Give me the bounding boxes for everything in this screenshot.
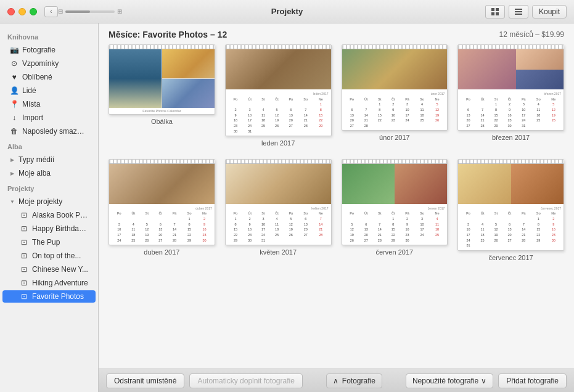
may-dates: květen 2017 PoÚtStČtPáSoNe 1234567 89101… <box>226 204 331 245</box>
sidebar-item-moje-projekty[interactable]: ▼ Moje projekty <box>2 195 96 208</box>
jun-page: červen 2017 PoÚtStČtPáSoNe 1234 56789101… <box>342 159 448 245</box>
jul-photo-l <box>458 164 510 204</box>
content-area: Měsíce: Favorite Photos – 12 12 měsíců –… <box>99 23 574 392</box>
list-view-button[interactable] <box>509 5 528 18</box>
svg-rect-3 <box>496 12 499 15</box>
cover-label: Obálka <box>151 118 173 125</box>
jun-dates: červen 2017 PoÚtStČtPáSoNe 1234 56789101… <box>342 204 448 245</box>
triangle-right-icon: ▶ <box>10 157 15 162</box>
svg-rect-6 <box>515 14 522 15</box>
book-icon-chinese: ⊡ <box>20 265 28 274</box>
content-header: Měsíce: Favorite Photos – 12 12 měsíců –… <box>99 23 574 44</box>
buy-button[interactable]: Koupit <box>532 5 567 18</box>
sidebar-item-ontop[interactable]: ⊡ On top of the... <box>2 250 96 262</box>
back-button[interactable]: ‹ <box>44 6 58 17</box>
svg-rect-5 <box>515 11 522 12</box>
sidebar-section-projekty: Projekty <box>0 180 98 195</box>
book-icon-favorite: ⊡ <box>20 292 28 301</box>
feb-dates: únor 2017 PoÚtStČtPáSoNe 12345 678910111… <box>342 89 448 130</box>
people-icon: 👤 <box>10 86 18 95</box>
jan-label: leden 2017 <box>261 139 295 147</box>
photos-toggle-button[interactable]: ∧ Fotografie <box>326 374 382 388</box>
calendar-apr[interactable]: duben 2017 PoÚtStČtPáSoNe 12 3456789 101… <box>109 159 215 261</box>
apr-label: duben 2017 <box>144 248 179 256</box>
feb-label: únor 2017 <box>379 134 410 141</box>
places-icon: 📍 <box>10 100 18 108</box>
sidebar-item-moje-alba[interactable]: ▶ Moje alba <box>2 167 96 179</box>
calendar-jun[interactable]: červen 2017 PoÚtStČtPáSoNe 1234 56789101… <box>342 159 448 261</box>
sidebar-item-alaska[interactable]: ⊡ Alaska Book Pr... <box>2 209 96 221</box>
svg-rect-1 <box>496 8 499 11</box>
svg-rect-2 <box>491 12 494 15</box>
sidebar-item-vzpominky[interactable]: ⊙ Vzpomínky <box>2 57 96 70</box>
sidebar-item-favorite[interactable]: ⊡ Favorite Photos <box>2 290 96 303</box>
triangle-right-icon2: ▶ <box>10 171 15 176</box>
camera-icon: 📷 <box>10 46 18 54</box>
may-page: květen 2017 PoÚtStČtPáSoNe 1234567 89101… <box>225 159 332 245</box>
jan-dates: leden 2017 PoÚtStČtPáSoNe 1 2345678 9101… <box>226 89 331 136</box>
calendar-mar[interactable]: březen 2017 PoÚtStČtPáSoNe 12345 6789101… <box>457 44 564 147</box>
feb-page: únor 2017 PoÚtStČtPáSoNe 12345 678910111… <box>342 44 448 131</box>
add-photos-button[interactable]: Přidat fotografie <box>498 374 567 388</box>
maximize-button[interactable] <box>30 8 37 15</box>
calendar-feb[interactable]: únor 2017 PoÚtStČtPáSoNe 12345 678910111… <box>342 44 448 147</box>
sidebar-item-hiking[interactable]: ⊡ Hiking Adventure <box>2 277 96 289</box>
svg-rect-4 <box>515 9 522 10</box>
traffic-lights <box>7 8 37 15</box>
content-info: 12 měsíců – $19.99 <box>499 30 564 39</box>
unused-photos-button[interactable]: Nepoužité fotografie ∨ <box>406 374 493 388</box>
zoom-large-icon: ⊞ <box>117 8 122 15</box>
sidebar-item-chinese[interactable]: ⊡ Chinese New Y... <box>2 263 96 276</box>
triangle-down-icon: ▼ <box>10 199 15 204</box>
cover-photo-bottom <box>162 79 215 108</box>
book-icon-alaska: ⊡ <box>20 211 28 219</box>
auto-fill-button[interactable]: Automaticky doplnit fotografie <box>189 374 302 388</box>
sidebar-item-fotografie[interactable]: 📷 Fotografie <box>2 44 96 56</box>
jun-label: červen 2017 <box>376 248 414 256</box>
apr-photo <box>109 164 215 204</box>
sidebar-item-birthday[interactable]: ⊡ Happy Birthday... <box>2 223 96 235</box>
may-label: květen 2017 <box>260 248 297 256</box>
book-icon-pup: ⊡ <box>20 238 28 247</box>
jan-page: leden 2017 PoÚtStČtPáSoNe 1 2345678 9101… <box>225 44 332 136</box>
mar-photo-left <box>458 49 516 89</box>
sidebar-item-typy[interactable]: ▶ Typy médií <box>2 153 96 166</box>
grid-view-button[interactable] <box>485 5 505 18</box>
title-bar: ‹ ⊟ ⊞ Projekty Koupit <box>0 0 574 23</box>
jul-dates: červenec 2017 PoÚtStČtPáSoNe 12 3456789 … <box>458 204 564 250</box>
zoom-slider[interactable] <box>65 10 115 13</box>
mar-label: březen 2017 <box>492 134 530 141</box>
calendar-jul[interactable]: červenec 2017 PoÚtStČtPáSoNe 12 3456789 … <box>457 159 564 261</box>
trash-icon: 🗑 <box>10 127 18 136</box>
main-layout: Knihovna 📷 Fotografie ⊙ Vzpomínky ♥ Oblí… <box>0 23 574 392</box>
cover-photo-top <box>162 49 215 78</box>
bottom-toolbar: Odstranit umístěné Automaticky doplnit f… <box>99 369 574 392</box>
content-title: Měsíce: Favorite Photos – 12 <box>109 30 227 39</box>
sidebar-item-pup[interactable]: ⊡ The Pup <box>2 236 96 248</box>
cover-collage <box>109 49 215 108</box>
mar-photo-tr <box>516 49 564 70</box>
close-button[interactable] <box>7 8 15 15</box>
sidebar-item-import[interactable]: ↓ Import <box>2 112 96 124</box>
zoom-small-icon: ⊟ <box>58 8 63 15</box>
minimize-button[interactable] <box>18 8 26 15</box>
jun-photo-r <box>395 164 447 204</box>
sidebar: Knihovna 📷 Fotografie ⊙ Vzpomínky ♥ Oblí… <box>0 23 99 392</box>
mar-page: březen 2017 PoÚtStČtPáSoNe 12345 6789101… <box>457 44 564 131</box>
sidebar-item-oblibene[interactable]: ♥ Oblíbené <box>2 71 96 83</box>
mar-dates: březen 2017 PoÚtStČtPáSoNe 12345 6789101… <box>458 89 564 130</box>
calendar-may[interactable]: květen 2017 PoÚtStČtPáSoNe 1234567 89101… <box>225 159 332 261</box>
calendar-jan[interactable]: leden 2017 PoÚtStČtPáSoNe 1 2345678 9101… <box>225 44 332 147</box>
sidebar-section-library: Knihovna <box>0 28 98 43</box>
cover-page: Favorite Photos Calendar <box>109 44 215 115</box>
sidebar-item-mista[interactable]: 📍 Místa <box>2 98 96 110</box>
may-photo <box>226 164 331 204</box>
cover-item[interactable]: Favorite Photos Calendar Obálka <box>109 44 215 147</box>
book-icon-hiking: ⊡ <box>20 279 28 287</box>
sidebar-item-deleted[interactable]: 🗑 Naposledy smazáno <box>2 125 96 137</box>
sidebar-item-lide[interactable]: 👤 Lidé <box>2 84 96 97</box>
chevron-down-icon: ∨ <box>481 377 486 385</box>
zoom-slider-container: ⊟ ⊞ <box>58 8 122 15</box>
window-title: Projekty <box>271 7 303 16</box>
remove-placed-button[interactable]: Odstranit umístěné <box>106 374 184 388</box>
